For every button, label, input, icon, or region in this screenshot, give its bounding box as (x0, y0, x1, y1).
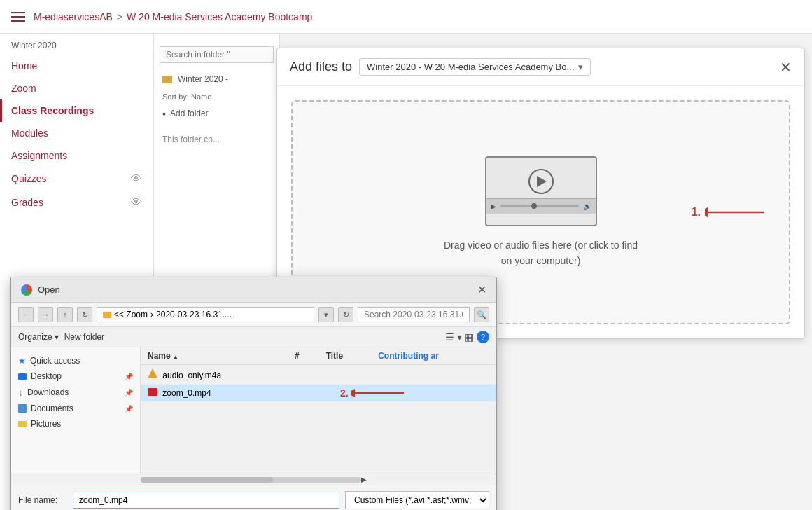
star-icon: ★ (18, 356, 26, 366)
view-icons: ☰ ▾ ▦ ? (445, 331, 489, 343)
dropdown-arrow-icon: ▾ (578, 62, 583, 72)
refresh-button[interactable]: ↻ (77, 307, 92, 322)
folder-breadcrumb: Winter 2020 - (154, 69, 279, 90)
dialog-nav-toolbar: ← → ↑ ↻ << Zoom › 2020-03-23 16.31.... ▾… (11, 303, 496, 327)
view-list-button[interactable]: ☰ ▾ (445, 331, 462, 343)
add-files-header: Add files to Winter 2020 - W 20 M-edia S… (277, 48, 804, 86)
dialog-toolbar2: Organize ▾ New folder ☰ ▾ ▦ ? (11, 327, 496, 347)
header: M-ediaservicesAB > W 20 M-edia Services … (0, 0, 812, 34)
sidebar-item-assignments[interactable]: Assignments (0, 144, 153, 167)
file-list-container: ★ Quick access Desktop 📌 ↓ Downloads 📌 D… (11, 347, 496, 474)
path-refresh-button[interactable]: ↻ (338, 307, 354, 322)
annotation-1: 1. (692, 205, 768, 219)
back-button[interactable]: ← (18, 307, 34, 322)
hamburger-menu[interactable] (11, 12, 25, 22)
up-button[interactable]: ↑ (57, 307, 73, 322)
pin-icon-downloads: 📌 (125, 389, 133, 397)
drop-text: Drag video or audio files here (or click… (444, 237, 638, 269)
path-dropdown-button[interactable]: ▾ (318, 307, 334, 322)
sort-row: Sort by: Name (154, 90, 279, 104)
col-header-contributing[interactable]: Contributing ar (371, 347, 496, 365)
filename-label: File name: (18, 495, 67, 505)
progress-bar (500, 205, 579, 207)
left-panel-quick-access[interactable]: ★ Quick access (11, 353, 140, 368)
left-panel-desktop[interactable]: Desktop 📌 (11, 368, 140, 384)
new-folder-button[interactable]: New folder (64, 332, 104, 342)
file-row-audio[interactable]: audio_only.m4a (141, 365, 496, 385)
video-placeholder: ▶ 🔊 (485, 156, 597, 226)
left-panel-pictures[interactable]: Pictures (11, 416, 140, 432)
col-header-name[interactable]: Name (141, 347, 288, 365)
audio-file-icon (148, 368, 158, 378)
sidebar-item-class-recordings[interactable]: Class Recordings (0, 99, 153, 122)
organize-button[interactable]: Organize ▾ (18, 332, 59, 342)
add-files-title: Add files to (290, 60, 352, 74)
path-sep: › (150, 310, 153, 319)
dialog-close-button[interactable]: ✕ (477, 283, 486, 296)
breadcrumb-home[interactable]: M-ediaservicesAB (34, 11, 113, 22)
horizontal-scrollbar[interactable]: ▶ (11, 474, 496, 485)
play-btn-icon: ▶ (491, 202, 496, 210)
annotation-1-arrow (705, 205, 768, 219)
add-folder-icon: ▪ (162, 108, 166, 119)
annotation-2: 2. (340, 387, 407, 399)
video-controls: ▶ 🔊 (486, 198, 596, 214)
path-bar: << Zoom › 2020-03-23 16.31.... (97, 307, 314, 322)
col-header-title[interactable]: Title (319, 347, 372, 365)
pin-icon-documents: 📌 (125, 405, 133, 413)
video-file-icon (148, 388, 158, 396)
sidebar-item-home[interactable]: Home (0, 55, 153, 77)
file-row-zoom[interactable]: zoom_0.mp4 2. (141, 385, 496, 402)
left-panel-downloads[interactable]: ↓ Downloads 📌 (11, 384, 140, 401)
dialog-title-bar: Open ✕ (11, 277, 496, 303)
filename-row: File name: Custom Files (*.avi;*.asf;*.w… (18, 491, 489, 509)
dialog-bottom: File name: Custom Files (*.avi;*.asf;*.w… (11, 485, 496, 510)
path-text-subfolder: 2020-03-23 16.31.... (156, 310, 232, 319)
path-text-zoom: << Zoom (114, 310, 148, 319)
sidebar-item-grades[interactable]: Grades 👁 (0, 191, 153, 214)
pin-icon-desktop: 📌 (125, 373, 133, 380)
course-name: Winter 2020 - W 20 M-edia Services Acade… (367, 62, 574, 72)
annotation-1-label: 1. (692, 206, 701, 219)
left-panel-documents[interactable]: Documents 📌 (11, 401, 140, 416)
chrome-icon (21, 284, 32, 296)
folder-search-input[interactable] (160, 46, 274, 63)
dialog-title: Open (21, 284, 60, 296)
search-button[interactable]: 🔍 (474, 307, 489, 322)
open-file-dialog: Open ✕ ← → ↑ ↻ << Zoom › 2020-03-23 16.3… (10, 277, 497, 510)
sidebar-item-modules[interactable]: Modules (0, 122, 153, 144)
scroll-right-button[interactable]: ▶ (361, 476, 367, 483)
left-panel: ★ Quick access Desktop 📌 ↓ Downloads 📌 D… (11, 347, 141, 474)
close-dialog-button[interactable]: ✕ (780, 59, 792, 76)
play-circle (528, 169, 554, 194)
desktop-icon (18, 373, 27, 380)
speaker-icon: 🔊 (583, 202, 592, 210)
view-columns-button[interactable]: ▦ (465, 331, 474, 343)
grades-eye-icon: 👁 (131, 196, 142, 209)
course-dropdown[interactable]: Winter 2020 - W 20 M-edia Services Acade… (359, 58, 591, 76)
sidebar-section-label: Winter 2020 (0, 34, 153, 55)
forward-button[interactable]: → (38, 307, 53, 322)
sidebar-item-quizzes[interactable]: Quizzes 👁 (0, 167, 153, 191)
file-table: Name # Title Contributing ar (141, 347, 496, 474)
path-folder-icon (103, 312, 111, 318)
col-header-number[interactable]: # (288, 347, 319, 365)
breadcrumb: M-ediaservicesAB > W 20 M-edia Services … (34, 11, 312, 22)
file-search-input[interactable] (358, 307, 470, 322)
help-button[interactable]: ? (477, 331, 489, 343)
doc-icon (18, 404, 27, 413)
folder-icon (162, 76, 172, 83)
filetype-select[interactable]: Custom Files (*.avi;*.asf;*.wmv; (345, 491, 489, 509)
quizzes-eye-icon: 👁 (131, 172, 142, 185)
breadcrumb-sep: > (117, 11, 122, 22)
folder-empty-text: This folder co... (154, 123, 279, 156)
breadcrumb-current[interactable]: W 20 M-edia Services Academy Bootcamp (127, 11, 312, 22)
play-icon (537, 176, 547, 187)
annotation-2-arrow (351, 387, 407, 399)
filename-input[interactable] (73, 492, 340, 509)
sidebar-item-zoom[interactable]: Zoom (0, 77, 153, 99)
progress-knob (531, 203, 537, 209)
download-arrow-icon: ↓ (18, 387, 23, 398)
add-folder-button[interactable]: ▪ Add folder (154, 104, 279, 123)
pictures-icon (18, 421, 27, 427)
